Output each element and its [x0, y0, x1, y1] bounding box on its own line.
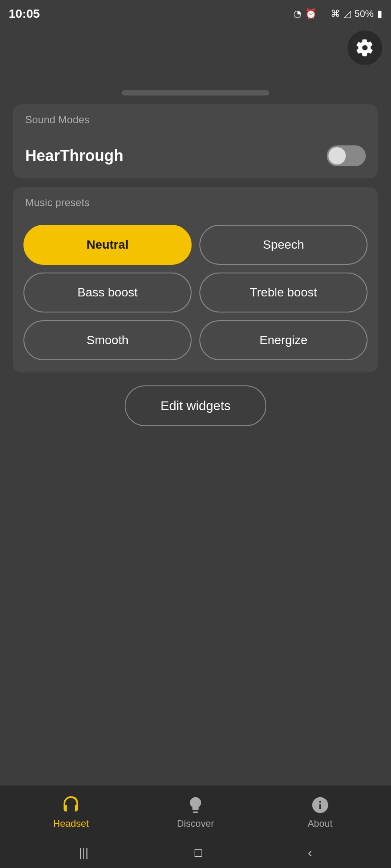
preset-bass-boost-button[interactable]: Bass boost	[23, 273, 192, 312]
info-icon	[311, 796, 330, 815]
status-time: 10:05	[9, 7, 40, 21]
back-icon[interactable]: ‹	[308, 846, 312, 860]
preset-treble-boost-button[interactable]: Treble boost	[199, 273, 368, 312]
headset-bar	[122, 90, 269, 95]
battery-icon: ▮	[377, 8, 382, 20]
wifi-icon: ⌘	[331, 8, 340, 20]
tab-discover[interactable]: Discover	[133, 796, 258, 829]
preset-neutral-label: Neutral	[86, 238, 128, 251]
tab-about[interactable]: About	[258, 796, 382, 829]
sync-icon: ◔	[293, 8, 302, 20]
home-icon[interactable]: □	[195, 846, 202, 860]
presets-grid: Neutral Speech Bass boost Treble boost S…	[13, 216, 378, 372]
tab-discover-label: Discover	[177, 818, 214, 829]
preset-speech-button[interactable]: Speech	[199, 225, 368, 265]
bluetooth-icon: ⠀	[320, 8, 327, 20]
sound-modes-card: Sound Modes HearThrough	[13, 104, 378, 178]
settings-button[interactable]	[348, 30, 382, 65]
preset-smooth-label: Smooth	[86, 333, 129, 347]
system-nav: ||| □ ‹	[0, 838, 391, 868]
tab-headset-label: Headset	[53, 818, 89, 829]
status-icons: ◔ ⏰ ⠀ ⌘ ◿ 50% ▮	[293, 8, 382, 20]
headset-image-area	[0, 69, 391, 100]
preset-smooth-button[interactable]: Smooth	[23, 320, 192, 360]
hearthrough-toggle[interactable]	[327, 145, 366, 166]
gear-icon	[356, 39, 374, 57]
hearthrough-label: HearThrough	[25, 147, 123, 165]
nav-tabs: Headset Discover About	[0, 786, 391, 838]
sound-modes-title: Sound Modes	[13, 104, 378, 133]
toggle-knob	[328, 147, 346, 164]
preset-speech-label: Speech	[263, 238, 304, 251]
tab-headset[interactable]: Headset	[9, 796, 133, 829]
recent-apps-icon[interactable]: |||	[79, 846, 89, 860]
preset-bass-boost-label: Bass boost	[77, 286, 138, 299]
status-bar: 10:05 ◔ ⏰ ⠀ ⌘ ◿ 50% ▮	[0, 0, 391, 26]
preset-energize-button[interactable]: Energize	[199, 320, 368, 360]
alarm-icon: ⏰	[305, 8, 317, 20]
music-presets-card: Music presets Neutral Speech Bass boost …	[13, 187, 378, 372]
music-presets-title: Music presets	[13, 187, 378, 216]
edit-widgets-button[interactable]: Edit widgets	[125, 385, 266, 426]
preset-energize-label: Energize	[259, 333, 308, 347]
edit-widgets-area: Edit widgets	[0, 377, 391, 439]
hearthrough-row: HearThrough	[13, 133, 378, 178]
preset-treble-boost-label: Treble boost	[250, 286, 317, 299]
edit-widgets-label: Edit widgets	[160, 398, 231, 413]
settings-area	[0, 26, 391, 69]
lightbulb-icon	[186, 796, 205, 815]
headset-icon	[61, 796, 80, 815]
bottom-nav: Headset Discover About ||| □ ‹	[0, 786, 391, 868]
preset-neutral-button[interactable]: Neutral	[23, 225, 192, 265]
battery-text: 50%	[355, 8, 374, 20]
tab-about-label: About	[308, 818, 333, 829]
signal-icon: ◿	[344, 8, 351, 20]
